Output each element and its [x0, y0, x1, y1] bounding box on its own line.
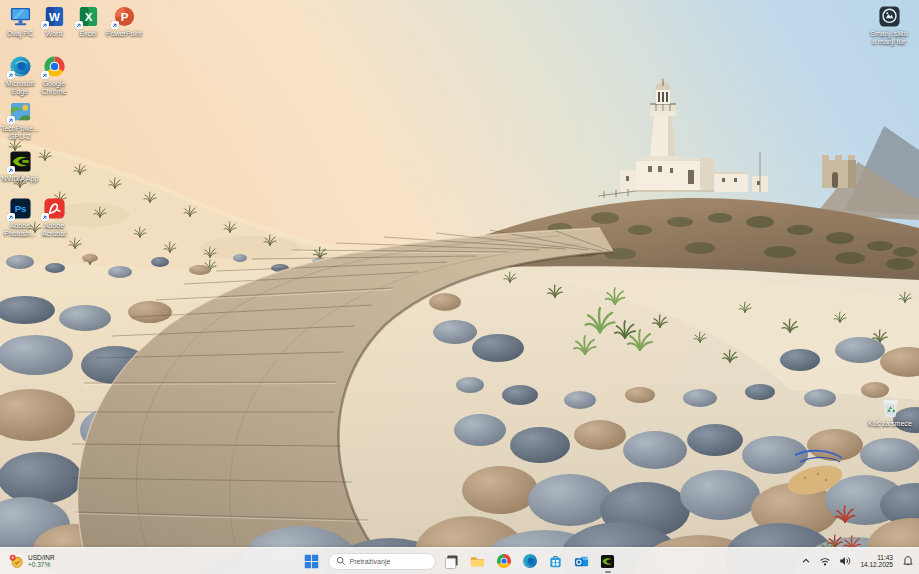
speaker-icon	[839, 555, 851, 567]
recycle-bin-icon	[879, 395, 902, 418]
desktop-icon-microsoft-edge[interactable]: MicrosoftEdge	[2, 55, 38, 95]
clock[interactable]: 11:43 14.12.2025	[857, 554, 896, 569]
desktop-icon-this-pc[interactable]: Ovaj PC	[2, 5, 38, 38]
microsoft-store-button[interactable]	[546, 551, 566, 571]
shortcut-arrow-icon	[41, 71, 49, 79]
volume-button[interactable]	[837, 554, 853, 568]
chrome-taskbar-button[interactable]	[494, 551, 514, 571]
desktop-icon-google-chrome[interactable]: GoogleChrome	[36, 55, 72, 95]
network-button[interactable]	[817, 554, 833, 568]
shortcut-arrow-icon	[41, 213, 49, 221]
windows-logo-icon	[304, 554, 319, 569]
stocks-coin-icon	[9, 554, 24, 569]
desktop-icon-gpu-z[interactable]: TechPowe...GPU-Z	[2, 100, 38, 140]
excel-icon: X	[77, 5, 100, 28]
wifi-icon	[819, 555, 831, 567]
tray-date: 14.12.2025	[860, 561, 893, 569]
shortcut-arrow-icon	[7, 213, 15, 221]
acrobat-icon	[43, 197, 66, 220]
desktop-icon-nvidia-app[interactable]: NVIDIA App	[2, 150, 38, 183]
shortcut-arrow-icon	[111, 21, 119, 29]
desktop-icon-word[interactable]: W Word	[36, 5, 72, 38]
svg-text:Ps: Ps	[14, 203, 26, 214]
desktop-icon-image-resizer[interactable]: Smanji slikuu manji file	[871, 5, 907, 45]
taskbar-center: Pretraživanje	[302, 548, 618, 574]
desktop-icon-acrobat[interactable]: AdobeAcrobat	[36, 197, 72, 237]
notification-center-button[interactable]	[900, 554, 916, 568]
file-explorer-icon	[470, 554, 485, 569]
wallpaper	[0, 0, 919, 574]
chrome-icon	[496, 553, 512, 569]
this-pc-icon	[9, 5, 32, 28]
task-view-button[interactable]	[442, 551, 462, 571]
desktop-icon-powerpoint[interactable]: P PowerPoint	[106, 5, 142, 38]
widgets-button[interactable]: USD/INR +0.37%	[3, 550, 61, 572]
shortcut-arrow-icon	[7, 116, 15, 124]
edge-icon	[9, 55, 32, 78]
file-explorer-button[interactable]	[468, 551, 488, 571]
nvidia-app-taskbar-button[interactable]	[598, 551, 618, 571]
outlook-button[interactable]	[572, 551, 592, 571]
start-button[interactable]	[302, 551, 322, 571]
search-box[interactable]: Pretraživanje	[328, 553, 436, 570]
widget-ticker: USD/INR	[28, 554, 55, 562]
search-icon	[336, 556, 346, 566]
tray-time: 11:43	[877, 554, 893, 562]
widget-change: +0.37%	[28, 561, 55, 569]
microsoft-store-icon	[548, 554, 563, 569]
shortcut-arrow-icon	[7, 166, 15, 174]
desktop-icon-excel[interactable]: X Excel	[70, 5, 106, 38]
shortcut-arrow-icon	[7, 71, 15, 79]
chrome-icon	[43, 55, 66, 78]
photoshop-icon: Ps	[9, 197, 32, 220]
bell-icon	[902, 555, 914, 567]
task-view-icon	[444, 554, 459, 569]
powerpoint-icon: P	[113, 5, 136, 28]
word-icon: W	[43, 5, 66, 28]
system-tray: 11:43 14.12.2025	[799, 548, 916, 574]
nvidia-icon	[600, 554, 615, 569]
chevron-up-icon	[801, 556, 811, 566]
hidden-icons-button[interactable]	[799, 555, 813, 567]
photo-resizer-icon	[878, 5, 901, 28]
desktop-icon-recycle-bin[interactable]: Koš za smeće	[872, 395, 908, 428]
outlook-icon	[574, 554, 589, 569]
taskbar: USD/INR +0.37% Pretraživanje	[0, 547, 919, 574]
search-placeholder: Pretraživanje	[350, 558, 391, 565]
desktop-icon-photoshop[interactable]: Ps AdobePhotosh...	[2, 197, 38, 237]
nvidia-icon	[9, 150, 32, 173]
desktop: Ovaj PC W Word X Excel P PowerPoint	[0, 0, 919, 574]
edge-taskbar-button[interactable]	[520, 551, 540, 571]
svg-text:P: P	[120, 11, 128, 23]
shortcut-arrow-icon	[41, 21, 49, 29]
svg-text:W: W	[49, 11, 60, 23]
running-indicator	[605, 571, 611, 573]
svg-text:X: X	[84, 11, 92, 23]
edge-icon	[522, 553, 538, 569]
gpu-z-icon	[9, 100, 32, 123]
shortcut-arrow-icon	[75, 21, 83, 29]
